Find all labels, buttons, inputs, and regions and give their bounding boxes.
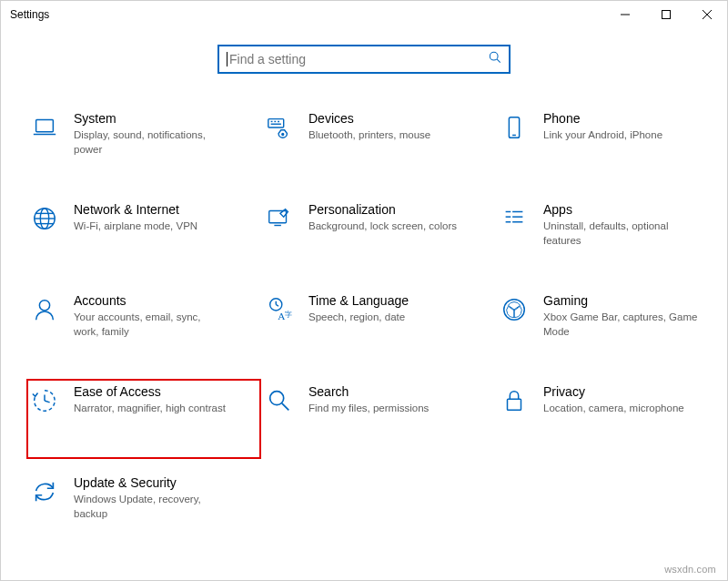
category-desc: Location, camera, microphone: [543, 402, 698, 416]
category-search[interactable]: Search Find my files, permissions: [261, 379, 496, 459]
category-desc: Find my files, permissions: [308, 402, 463, 416]
svg-point-38: [270, 392, 284, 405]
category-phone[interactable]: Phone Link your Android, iPhone: [496, 106, 728, 186]
person-icon: [30, 295, 59, 324]
category-title: Time & Language: [308, 293, 489, 308]
category-desc: Wi-Fi, airplane mode, VPN: [74, 219, 228, 234]
category-desc: Uninstall, defaults, optional features: [543, 219, 698, 248]
svg-point-29: [39, 301, 49, 311]
svg-rect-40: [508, 399, 521, 410]
category-devices[interactable]: Devices Bluetooth, printers, mouse: [261, 106, 496, 186]
time-language-icon: A字: [265, 295, 294, 324]
maximize-icon: [662, 10, 671, 19]
minimize-icon: [621, 10, 630, 19]
svg-line-32: [276, 304, 278, 306]
svg-rect-1: [662, 11, 670, 19]
close-icon: [703, 10, 712, 19]
svg-line-5: [497, 59, 500, 63]
category-gaming[interactable]: Gaming Xbox Game Bar, captures, Game Mod…: [496, 288, 728, 368]
category-apps[interactable]: Apps Uninstall, defaults, optional featu…: [496, 197, 728, 277]
search-cat-icon: [265, 386, 294, 415]
svg-point-4: [490, 52, 498, 60]
category-network[interactable]: Network & Internet Wi-Fi, airplane mode,…: [26, 197, 261, 277]
watermark: wsxdn.com: [664, 564, 716, 575]
search-box[interactable]: [217, 45, 511, 74]
laptop-icon: [30, 113, 59, 142]
window-title: Settings: [10, 8, 49, 21]
svg-point-13: [282, 134, 284, 136]
category-title: Network & Internet: [74, 202, 254, 217]
category-desc: Windows Update, recovery, backup: [74, 493, 228, 521]
gaming-icon: [500, 295, 529, 324]
category-desc: Narrator, magnifier, high contrast: [74, 402, 228, 416]
svg-line-39: [282, 403, 289, 411]
search-input[interactable]: [227, 52, 489, 66]
category-title: Phone: [543, 111, 723, 126]
globe-icon: [30, 204, 59, 233]
category-desc: Xbox Game Bar, captures, Game Mode: [543, 311, 698, 339]
category-personalization[interactable]: Personalization Background, lock screen,…: [261, 197, 496, 277]
search-container: [1, 45, 727, 74]
category-title: Devices: [308, 111, 489, 126]
category-title: Accounts: [74, 293, 254, 308]
update-icon: [30, 477, 59, 506]
titlebar: Settings: [1, 1, 727, 28]
category-title: Ease of Access: [74, 384, 254, 399]
category-title: Personalization: [308, 202, 489, 217]
devices-icon: [265, 113, 294, 142]
category-system[interactable]: System Display, sound, notifications, po…: [26, 106, 261, 186]
svg-rect-8: [268, 119, 284, 127]
category-title: Privacy: [543, 384, 723, 399]
category-desc: Speech, region, date: [308, 311, 463, 325]
svg-rect-6: [36, 120, 54, 132]
paint-icon: [265, 204, 294, 233]
minimize-button[interactable]: [604, 1, 645, 28]
phone-icon: [500, 113, 529, 142]
category-desc: Background, lock screen, colors: [308, 219, 463, 234]
category-title: Apps: [543, 202, 723, 217]
category-title: Update & Security: [74, 475, 254, 490]
category-time-language[interactable]: A字 Time & Language Speech, region, date: [261, 288, 496, 368]
category-desc: Link your Android, iPhone: [543, 128, 698, 143]
category-title: Search: [308, 384, 489, 399]
categories-grid: System Display, sound, notifications, po…: [1, 106, 727, 550]
lock-icon: [500, 386, 529, 415]
search-icon: [489, 51, 501, 67]
category-update-security[interactable]: Update & Security Windows Update, recove…: [26, 470, 261, 550]
category-privacy[interactable]: Privacy Location, camera, microphone: [496, 379, 728, 459]
category-accounts[interactable]: Accounts Your accounts, email, sync, wor…: [26, 288, 261, 368]
category-desc: Display, sound, notifications, power: [74, 128, 228, 157]
category-title: Gaming: [543, 293, 723, 308]
category-ease-of-access[interactable]: Ease of Access Narrator, magnifier, high…: [26, 379, 261, 459]
category-title: System: [74, 111, 254, 126]
maximize-button[interactable]: [645, 1, 686, 28]
svg-line-37: [45, 401, 50, 403]
apps-icon: [500, 204, 529, 233]
category-desc: Your accounts, email, sync, work, family: [74, 311, 228, 339]
ease-of-access-icon: [30, 386, 59, 415]
svg-text:字: 字: [285, 310, 292, 319]
category-desc: Bluetooth, printers, mouse: [308, 128, 463, 143]
close-button[interactable]: [686, 1, 727, 28]
